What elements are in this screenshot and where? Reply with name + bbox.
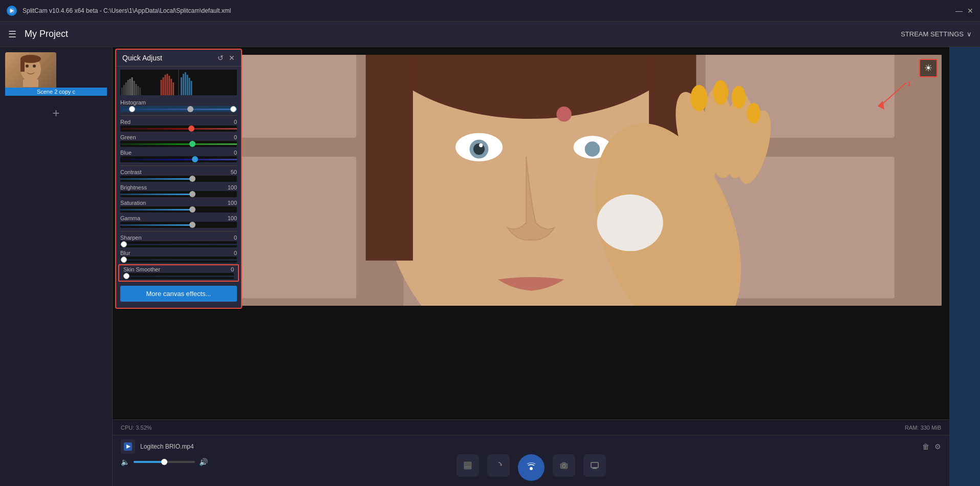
camera-icon <box>560 461 568 470</box>
gamma-slider[interactable] <box>120 222 237 228</box>
blue-thumb[interactable] <box>192 156 198 162</box>
blue-slider-row: Blue 0 <box>116 149 241 163</box>
saturation-label: Saturation <box>120 200 146 206</box>
volume-down-icon[interactable]: 🔈 <box>121 458 129 466</box>
sharpen-slider[interactable] <box>120 241 237 247</box>
contrast-label: Contrast <box>120 169 142 175</box>
svg-rect-17 <box>137 86 139 95</box>
histogram-mid-thumb[interactable] <box>187 106 193 112</box>
scene-down-icon <box>464 461 472 470</box>
quick-adjust-controls: ↺ ✕ <box>217 54 235 62</box>
brightness-slider[interactable] <box>120 191 237 197</box>
status-bar: CPU: 3.52% RAM: 330 MiB <box>113 419 949 435</box>
green-label: Green <box>120 134 136 140</box>
blue-slider[interactable] <box>120 156 237 162</box>
green-thumb[interactable] <box>189 141 195 147</box>
media-file-icon <box>121 439 135 454</box>
brightness-thumb[interactable] <box>189 191 195 197</box>
svg-point-59 <box>713 80 729 104</box>
svg-rect-11 <box>125 82 127 95</box>
svg-rect-20 <box>163 77 164 95</box>
svg-rect-68 <box>464 467 471 469</box>
red-value: 0 <box>234 119 237 125</box>
contrast-thumb[interactable] <box>189 176 195 182</box>
broadcast-button[interactable] <box>518 454 545 481</box>
left-sidebar: Scene 2 copy c + <box>0 47 113 486</box>
sharpen-thumb[interactable] <box>121 241 127 247</box>
histogram-slider[interactable] <box>120 106 237 112</box>
annotation-label: 1 <box>907 80 911 88</box>
divider-2 <box>120 165 237 166</box>
app-logo-icon <box>6 5 17 16</box>
svg-point-4 <box>26 65 29 68</box>
blur-slider-row: Blur 0 <box>116 249 241 264</box>
skin-smoother-row: Skin Smoother 0 <box>118 264 239 282</box>
svg-point-70 <box>530 467 533 470</box>
svg-rect-25 <box>172 82 174 95</box>
more-effects-button[interactable]: More canvas effects... <box>120 286 237 302</box>
volume-slider[interactable] <box>134 461 195 463</box>
close-button[interactable]: ✕ <box>967 7 974 14</box>
red-arrow-icon <box>870 78 911 119</box>
svg-line-63 <box>880 83 906 106</box>
add-scene-button[interactable]: + <box>0 96 112 131</box>
stream-settings-button[interactable]: STREAM SETTINGS ∨ <box>901 30 972 38</box>
histogram-slider-row: Histogram <box>116 98 241 113</box>
volume-thumb[interactable] <box>161 459 167 465</box>
volume-fill <box>134 461 164 463</box>
reset-icon[interactable]: ↺ <box>217 54 224 62</box>
scene-thumbnail-container: Scene 2 copy c <box>0 47 112 96</box>
blur-slider[interactable] <box>120 257 237 263</box>
saturation-value: 100 <box>228 200 237 206</box>
scene-label[interactable]: Scene 2 copy c <box>5 88 107 96</box>
svg-point-49 <box>479 143 483 147</box>
red-slider[interactable] <box>120 125 237 132</box>
broadcast-icon <box>525 461 537 474</box>
rotate-button[interactable] <box>487 454 510 477</box>
histogram-left-thumb[interactable] <box>129 106 135 112</box>
contrast-slider[interactable] <box>120 176 237 182</box>
green-value: 0 <box>234 134 237 140</box>
svg-point-5 <box>33 65 36 68</box>
rotate-icon <box>494 461 503 470</box>
histogram-right-thumb[interactable] <box>230 106 236 112</box>
scene-down-button[interactable] <box>456 454 479 477</box>
skin-smoother-thumb[interactable] <box>123 273 129 279</box>
red-thumb[interactable] <box>188 125 194 132</box>
bottom-bar: Logitech BRIO.mp4 🗑 ⚙ 🔈 🔊 <box>113 435 949 486</box>
svg-point-58 <box>690 85 707 112</box>
thumbnail-face <box>5 52 56 91</box>
blur-label: Blur <box>120 250 130 256</box>
svg-rect-18 <box>139 88 141 95</box>
svg-rect-24 <box>170 79 172 95</box>
saturation-slider[interactable] <box>120 206 237 213</box>
svg-rect-30 <box>189 78 190 95</box>
menu-icon[interactable]: ☰ <box>8 29 16 40</box>
saturation-thumb[interactable] <box>189 206 195 213</box>
blur-value: 0 <box>234 250 237 256</box>
divider-3 <box>120 231 237 231</box>
gamma-value: 100 <box>228 215 237 221</box>
blur-thumb[interactable] <box>121 257 127 263</box>
brightness-label: Brightness <box>120 184 147 191</box>
video-file-icon <box>124 442 132 451</box>
thumbnail-image[interactable] <box>5 52 56 91</box>
gamma-label: Gamma <box>120 215 140 221</box>
green-slider[interactable] <box>120 141 237 147</box>
skin-smoother-slider-row: Skin Smoother 0 <box>119 265 238 280</box>
delete-media-button[interactable]: 🗑 <box>922 442 929 451</box>
minimize-button[interactable]: — <box>955 7 963 14</box>
camera-button[interactable] <box>553 454 575 477</box>
sharpen-label: Sharpen <box>120 235 142 241</box>
effects-icon-button[interactable]: ☀ <box>919 59 938 77</box>
title-controls: — ✕ <box>955 7 974 14</box>
skin-smoother-value: 0 <box>231 266 234 272</box>
svg-rect-31 <box>191 81 192 95</box>
gamma-thumb[interactable] <box>189 222 195 228</box>
svg-point-61 <box>747 103 760 124</box>
volume-up-icon[interactable]: 🔊 <box>199 458 208 466</box>
skin-smoother-slider[interactable] <box>123 273 234 279</box>
close-icon[interactable]: ✕ <box>229 54 235 62</box>
media-settings-button[interactable]: ⚙ <box>934 442 941 451</box>
screen-share-button[interactable] <box>583 454 606 477</box>
